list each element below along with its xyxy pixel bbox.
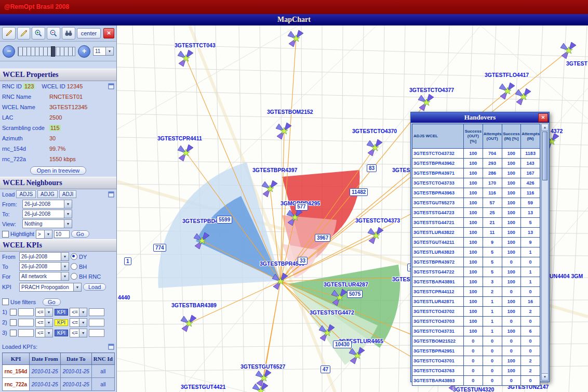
- for-network-select[interactable]: All network ▼: [19, 272, 69, 281]
- handover-row[interactable]: 3GTESTBAR43893 0 0 0 0: [412, 376, 540, 386]
- handover-row[interactable]: 3GTESTSTG44722 100 5 100 1: [412, 267, 540, 277]
- filter-checkbox[interactable]: [10, 309, 17, 316]
- site-label[interactable]: 3GTESTFLO4417: [485, 72, 529, 78]
- handover-row[interactable]: 3GTESTSTG44723 100 25 100 13: [412, 208, 540, 218]
- cell-site-icon[interactable]: [275, 122, 293, 140]
- cell-site-icon[interactable]: [180, 314, 198, 333]
- cell-site-icon[interactable]: [559, 41, 578, 60]
- handover-row[interactable]: 3GTESTBPR43962 100 293 100 143: [412, 159, 540, 168]
- handover-row[interactable]: 3GTESTLUR43823 100 5 100 1: [412, 247, 540, 257]
- adjg-button[interactable]: ADJG: [37, 190, 58, 198]
- filter-checkbox[interactable]: [10, 319, 17, 326]
- open-in-treeview-button[interactable]: Open in treeview: [30, 166, 87, 175]
- handover-row[interactable]: 3GTESTCPR44112 100 2 0 0: [412, 287, 540, 297]
- cell-site-icon[interactable]: [318, 323, 337, 342]
- close-icon[interactable]: ✕: [103, 28, 114, 38]
- cell-site-icon[interactable]: [348, 346, 367, 365]
- bh-rnc-radio[interactable]: [71, 273, 77, 280]
- draw-icon[interactable]: [2, 27, 16, 40]
- site-label[interactable]: 3GTESTBOM2152: [267, 109, 313, 115]
- use-filters-checkbox[interactable]: [2, 298, 9, 305]
- center-button[interactable]: center: [77, 28, 101, 38]
- site-label[interactable]: 3GTESTCPR4411: [157, 135, 202, 141]
- site-label[interactable]: 3GTESTCTO4373: [355, 217, 400, 224]
- cell-site-icon[interactable]: [261, 179, 279, 198]
- filter-max-input[interactable]: [89, 329, 104, 337]
- handover-row[interactable]: 3GTESTCTO43701 0 0 100 2: [412, 356, 540, 366]
- handover-row[interactable]: 3GTESTCTO43763 0 0 100 2: [412, 366, 540, 376]
- zoom-in-icon[interactable]: [32, 27, 45, 40]
- kpis-from-select[interactable]: 26-jul-2008 ▼: [19, 252, 69, 261]
- handover-row[interactable]: 3GTESTCTO43732 100 704 100 1183: [412, 149, 540, 159]
- adji-button[interactable]: ADJI: [59, 190, 77, 198]
- zoom-out-button[interactable]: −: [3, 45, 15, 58]
- cell-site-icon[interactable]: [193, 231, 211, 250]
- cell-site-icon[interactable]: [177, 49, 195, 68]
- filter-op2-select[interactable]: <= ▼: [70, 329, 87, 337]
- handover-row[interactable]: 3GTESTBAR43891 100 3 100 1: [412, 277, 540, 287]
- loaded-kpi-row[interactable]: rnc_722a 2010-01-25 2010-01-25 all: [3, 378, 115, 391]
- site-label[interactable]: 3GTEST: [566, 60, 587, 67]
- handovers-scrollbar[interactable]: ▲ ▼: [541, 124, 549, 381]
- filter-op1-select[interactable]: <= ▼: [35, 329, 53, 337]
- zoom-out-icon[interactable]: [47, 27, 60, 40]
- handover-row[interactable]: 3GTESTCTO43703 100 1 0 0: [412, 317, 540, 326]
- dy-radio[interactable]: [71, 253, 77, 260]
- filter-op2-select[interactable]: <= ▼: [70, 318, 87, 327]
- site-label[interactable]: 3GTESTGUT6527: [240, 363, 285, 370]
- detach-window-icon[interactable]: [108, 191, 114, 198]
- cell-site-icon[interactable]: [251, 382, 270, 392]
- zoom-in-button[interactable]: +: [78, 45, 90, 58]
- site-label[interactable]: 3GTESTBAR4389: [171, 302, 217, 308]
- close-icon[interactable]: ✕: [538, 113, 548, 122]
- handover-row[interactable]: 3GTESTLUR43822 100 11 100 13: [412, 228, 540, 238]
- handover-row[interactable]: 3GTESTBOM21522 0 0 0 0: [412, 336, 540, 346]
- filter-checkbox[interactable]: [10, 330, 17, 336]
- detach-window-icon[interactable]: [108, 83, 114, 89]
- handovers-title-bar[interactable]: Handovers ✕: [411, 112, 549, 123]
- filter-max-input[interactable]: [89, 308, 104, 316]
- cell-site-icon[interactable]: [287, 29, 305, 48]
- handover-row[interactable]: 3GTESTGUT44211 100 9 100 9: [412, 238, 540, 247]
- handover-row[interactable]: 3GTESTBPR43972 100 5 0 0: [412, 257, 540, 267]
- kpi-load-button[interactable]: Load: [83, 283, 106, 291]
- neighbours-to-select[interactable]: 26-jul-2008 ▼: [22, 210, 72, 218]
- site-label[interactable]: 4372: [551, 128, 563, 134]
- zoom-slider[interactable]: [18, 47, 75, 56]
- handover-row[interactable]: 3GTESTLUR42871 100 1 100 16: [412, 297, 540, 307]
- kpis-to-select[interactable]: 26-jul-2008 ▼: [19, 262, 69, 271]
- neighbours-from-select[interactable]: 26-jul-2008 ▼: [22, 200, 72, 208]
- handover-row[interactable]: 3GTESTCTO43733 100 170 100 426: [412, 178, 540, 188]
- handover-row[interactable]: 3GTESTBPR43971 100 286 100 167: [412, 168, 540, 178]
- highlight-threshold-input[interactable]: [54, 230, 70, 238]
- site-label[interactable]: 3GTES: [392, 276, 410, 282]
- site-label[interactable]: 3GTESTLUR4287: [324, 281, 368, 288]
- view-select[interactable]: Nothing ▼: [22, 219, 72, 228]
- loaded-kpi-row[interactable]: rnc_154d 2010-01-25 2010-01-25 all: [3, 365, 115, 378]
- handover-row[interactable]: 3GTESTBPR42951 0 0 0 0: [412, 346, 540, 356]
- handover-row[interactable]: 3GTESTCTO43731 100 1 100 6: [412, 326, 540, 336]
- site-label[interactable]: 3GTES: [392, 167, 410, 173]
- scroll-down-icon[interactable]: ▼: [542, 373, 548, 380]
- adjs-button[interactable]: ADJS: [16, 190, 36, 198]
- highlight-operator-select[interactable]: > ▼: [36, 230, 52, 239]
- zoom-level-select[interactable]: 11 ▼: [93, 47, 114, 56]
- filter-op1-select[interactable]: <= ▼: [35, 308, 53, 317]
- handover-row[interactable]: 3GTESTBPR43963 100 116 100 116: [412, 188, 540, 198]
- cell-site-icon[interactable]: [177, 143, 195, 162]
- highlight-checkbox[interactable]: [2, 231, 9, 238]
- cell-site-icon[interactable]: [366, 138, 384, 157]
- handover-row[interactable]: 3GTESTGUT65273 100 57 100 59: [412, 198, 540, 208]
- edit-pencil-icon[interactable]: [17, 27, 31, 40]
- handover-row[interactable]: 3GTESTCTO43702 100 1 100 2: [412, 307, 540, 317]
- zoom-slider-thumb[interactable]: [51, 46, 55, 57]
- bh-radio[interactable]: [71, 263, 77, 270]
- site-label[interactable]: 3GTESTTCT043: [175, 42, 216, 48]
- cell-site-icon[interactable]: [367, 226, 385, 245]
- filter-op2-select[interactable]: <= ▼: [70, 308, 87, 317]
- filter-min-input[interactable]: [18, 308, 34, 316]
- cell-site-icon[interactable]: [330, 288, 349, 307]
- scrollbar-thumb[interactable]: [542, 132, 547, 180]
- scroll-up-icon[interactable]: ▲: [542, 124, 548, 131]
- site-label[interactable]: UN4404 3GM: [550, 273, 583, 279]
